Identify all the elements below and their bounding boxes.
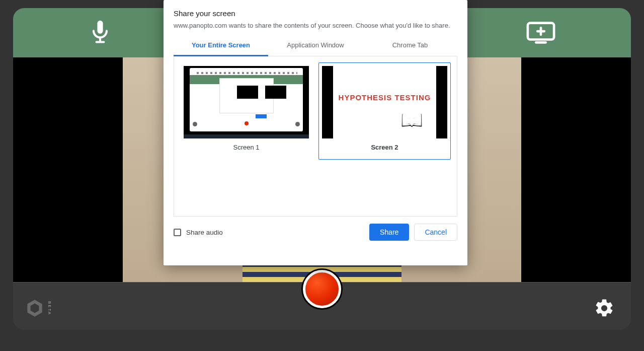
share-audio-checkbox[interactable] — [174, 229, 181, 236]
tab-entire-screen[interactable]: Your Entire Screen — [174, 36, 268, 56]
tab-chrome-tab[interactable]: Chrome Tab — [363, 36, 457, 56]
share-audio-label: Share audio — [186, 229, 223, 236]
screen-1-label: Screen 1 — [184, 144, 309, 151]
screen-choice-grid: Screen 1 HYPOTHESIS TESTING 📖 Screen 2 — [174, 56, 457, 217]
dialog-title: Share your screen — [174, 9, 457, 18]
cancel-button[interactable]: Cancel — [414, 224, 457, 241]
share-tabs: Your Entire Screen Application Window Ch… — [174, 36, 457, 56]
share-screen-dialog: Share your screen www.panopto.com wants … — [164, 0, 467, 265]
microphone-source-button[interactable] — [89, 20, 112, 46]
book-icon: 📖 — [400, 109, 423, 130]
preview-letterbox-right — [521, 57, 631, 282]
share-audio-option[interactable]: Share audio — [174, 229, 223, 236]
screen-option-1[interactable]: Screen 1 — [180, 62, 312, 155]
screen-1-thumbnail — [184, 66, 309, 138]
slide-title: HYPOTHESIS TESTING — [339, 93, 431, 102]
preview-letterbox-left — [13, 57, 123, 282]
settings-button[interactable] — [594, 298, 615, 319]
svg-rect-0 — [97, 21, 103, 34]
dialog-description: www.panopto.com wants to share the conte… — [174, 22, 457, 29]
screen-2-thumbnail: HYPOTHESIS TESTING 📖 — [322, 66, 447, 138]
logo-icon — [24, 298, 45, 319]
screen-2-label: Screen 2 — [322, 144, 447, 151]
gear-icon — [594, 298, 615, 319]
panopto-logo: BETA — [24, 298, 52, 319]
share-button[interactable]: Share — [369, 224, 409, 241]
tab-application-window[interactable]: Application Window — [268, 36, 363, 56]
add-screen-source-button[interactable] — [526, 21, 555, 45]
screen-option-2[interactable]: HYPOTHESIS TESTING 📖 Screen 2 — [318, 62, 451, 160]
viewport: BETA Share your screen www.panopto.com w… — [0, 0, 644, 351]
add-screen-icon — [526, 21, 555, 45]
microphone-icon — [89, 20, 112, 46]
beta-tag: BETA — [47, 301, 52, 315]
dialog-footer: Share audio Share Cancel — [174, 224, 457, 241]
record-button[interactable] — [303, 270, 341, 308]
